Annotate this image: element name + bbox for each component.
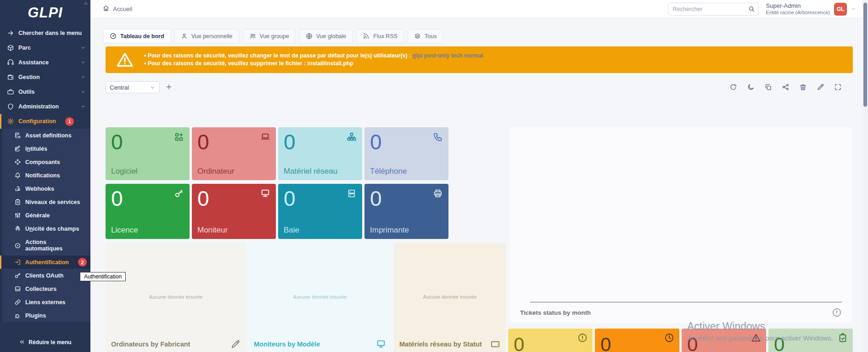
link-icon (14, 299, 21, 306)
edit-icon (817, 83, 824, 91)
ticket-status-card-4[interactable]: 0 (768, 329, 853, 352)
maximize-button[interactable] (834, 83, 842, 91)
chevron-down-icon (851, 6, 856, 11)
stat-card-moniteur[interactable]: 0Moniteur (192, 184, 276, 239)
chart-card-row: Aucune donnée trouvéeOrdinateurs by Fabr… (106, 243, 506, 352)
topbar: Accueil Super-Admin Entité racine (Arbor… (90, 0, 862, 18)
trash-button[interactable] (799, 83, 807, 91)
sidebar-item-generale[interactable]: Générale (0, 209, 90, 222)
arrow-right-icon (7, 29, 14, 37)
ticket-status-card-1[interactable]: 0 (508, 329, 593, 352)
gear-play-icon (14, 242, 21, 249)
sidebar-item-gestion[interactable]: Gestion (0, 70, 90, 85)
dashboard-selector[interactable]: Central (106, 81, 160, 93)
chevron-down-icon (150, 85, 156, 91)
tab-vue-globale[interactable]: Vue globale (299, 29, 353, 43)
stat-card-telephone[interactable]: 0Téléphone (364, 127, 448, 180)
avatar[interactable]: GL (834, 3, 847, 16)
panel-info-button[interactable] (832, 307, 842, 318)
edit-square-icon (14, 145, 21, 152)
user-menu[interactable]: Super-Admin Entité racine (Arborescence)… (766, 2, 856, 16)
stat-label: Téléphone (370, 167, 407, 176)
tab-vue-personnelle[interactable]: Vue personnelle (174, 29, 239, 43)
sidebar-item-intitules[interactable]: Intitulés (0, 142, 90, 155)
sidebar-item-chercher-dans-le-menu[interactable]: Chercher dans le menu (0, 26, 90, 40)
sidebar-item-unicite-des-champs[interactable]: Unicité des champs (0, 222, 90, 235)
wallet-icon (7, 74, 14, 81)
ticket-status-card-3[interactable]: 0 (682, 329, 766, 352)
chevron-down-icon (80, 89, 86, 95)
banner-message: Pour des raisons de sécurité, veuillez c… (144, 52, 483, 60)
sidebar-item-parc[interactable]: Parc (0, 40, 90, 55)
components-icon (14, 159, 21, 165)
ticket-status-card-2[interactable]: 0 (595, 329, 679, 352)
collapse-menu-button[interactable]: Réduire le menu (0, 336, 90, 348)
sidebar-item-niveaux-de-services[interactable]: Niveaux de services (0, 195, 90, 209)
dashboard-selector-value: Central (110, 84, 129, 91)
chart-card-moniteurs-by-modele[interactable]: Aucune donnée trouvéeMoniteurs by Modèle (248, 243, 392, 352)
add-dashboard-button[interactable] (165, 83, 173, 91)
stat-value: 0 (370, 131, 443, 153)
server-icon (347, 188, 357, 199)
sidebar-item-administration[interactable]: Administration (0, 99, 90, 114)
gear-icon (7, 118, 14, 125)
sidebar-item-asset-definitions[interactable]: Asset definitions (0, 129, 90, 142)
sidebar-item-assistance[interactable]: Assistance (0, 55, 90, 70)
stat-card-baie[interactable]: 0Baie (278, 184, 362, 239)
inbox-icon (14, 285, 21, 292)
sidebar-item-authentification[interactable]: Authentification2 (0, 255, 90, 269)
key-icon (174, 188, 184, 199)
stat-card-logiciel[interactable]: 0Logiciel (106, 127, 190, 180)
sidebar-item-plugins[interactable]: Plugins (0, 309, 90, 322)
sidebar-item-collecteurs[interactable]: Collecteurs (0, 282, 90, 295)
sidebar-item-liens-externes[interactable]: Liens externes (0, 295, 90, 309)
key-icon (14, 272, 21, 279)
mini-card-grid: 0000 (508, 329, 853, 352)
puzzle-icon (14, 312, 21, 319)
tab-tableau-de-bord[interactable]: Tableau de bord (103, 29, 171, 43)
sidebar-item-clients-oauth[interactable]: Clients OAuth (0, 269, 90, 282)
sidebar-item-configuration[interactable]: Configuration1 (0, 114, 90, 129)
empty-data-message: Aucune donnée trouvée (106, 294, 246, 300)
briefcase-icon (7, 88, 14, 96)
scrollbar-thumb[interactable] (863, 3, 867, 107)
sidebar-item-actions-automatiques[interactable]: Actions automatiques (0, 235, 90, 255)
ticket-count: 0 (774, 334, 847, 352)
sidebar-item-notifications[interactable]: Notifications (0, 169, 90, 182)
stat-label: Imprimante (370, 226, 409, 235)
stat-card-materiel-reseau[interactable]: 0Matériel réseau (278, 127, 362, 180)
stat-card-ordinateur[interactable]: 0Ordinateur (192, 127, 276, 180)
chart-card-materiels-reseau-by-statut[interactable]: Aucune donnée trouvéeMatériels réseau by… (394, 243, 506, 352)
tab-vue-groupe[interactable]: Vue groupe (243, 29, 296, 43)
search-icon[interactable] (748, 6, 755, 12)
moon-button[interactable] (747, 83, 755, 91)
sidebar-item-webhooks[interactable]: Webhooks (0, 182, 90, 195)
tab-tous[interactable]: Tous (408, 29, 443, 43)
edit-button[interactable] (817, 83, 824, 91)
copy-button[interactable] (764, 83, 772, 91)
refresh-button[interactable] (729, 83, 737, 91)
breadcrumb-label: Accueil (113, 6, 132, 12)
users-icon (249, 33, 256, 40)
tab-flux-rss[interactable]: Flux RSS (356, 29, 404, 43)
clipboard-icon (14, 199, 21, 205)
sidebar-item-composants[interactable]: Composants (0, 155, 90, 169)
user-icon (181, 33, 188, 40)
login-icon (14, 259, 21, 266)
sidebar-menu: Chercher dans le menuParcAssistanceGesti… (0, 26, 90, 322)
stat-card-licence[interactable]: 0Licence (106, 184, 190, 239)
search-input[interactable] (668, 3, 759, 16)
banner-message-list: Pour des raisons de sécurité, veuillez c… (144, 52, 483, 68)
sidebar-item-outils[interactable]: Outils (0, 85, 90, 99)
page-scrollbar[interactable] (862, 0, 868, 352)
clipboard-check-icon (838, 333, 848, 343)
tickets-panel-title: Tickets status by month (520, 309, 591, 316)
breadcrumb[interactable]: Accueil (102, 5, 132, 13)
share-button[interactable] (782, 83, 790, 91)
stat-label: Moniteur (197, 226, 228, 235)
stat-card-imprimante[interactable]: 0Imprimante (364, 184, 448, 239)
alert-triangle-icon (751, 333, 761, 343)
chevron-down-icon (150, 85, 156, 91)
chart-card-ordinateurs-by-fabricant[interactable]: Aucune donnée trouvéeOrdinateurs by Fabr… (106, 243, 246, 352)
alert-circle-icon (832, 307, 842, 318)
